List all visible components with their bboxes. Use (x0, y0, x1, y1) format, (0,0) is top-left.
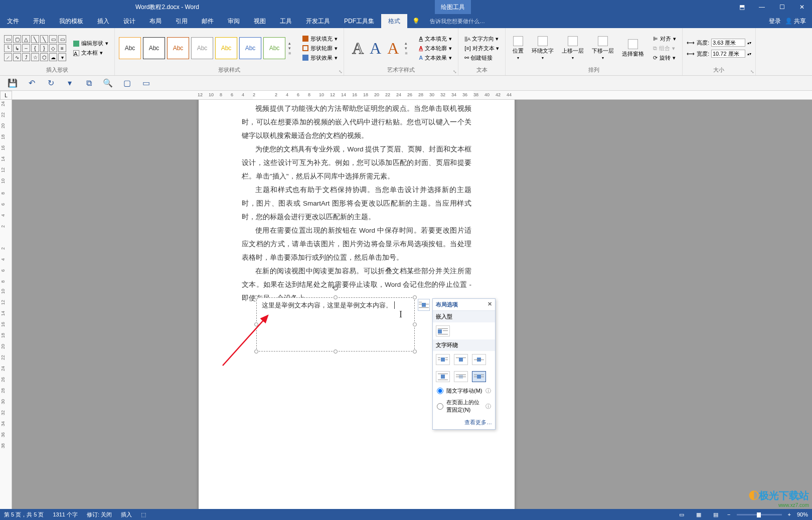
info-icon[interactable]: ⓘ (485, 387, 491, 395)
redo-button[interactable]: ↻ (46, 79, 55, 88)
resize-handle-bc[interactable] (334, 350, 338, 354)
qat-dropdown[interactable]: ▾ (65, 79, 74, 88)
tab-tools[interactable]: 工具 (273, 14, 299, 28)
wordart-1[interactable]: A (352, 39, 364, 58)
ribbon-display-options[interactable]: ⬒ (732, 0, 752, 14)
text-direction-button[interactable]: ||A 文字方向 ▾ (462, 35, 501, 43)
layout-wrap-through[interactable] (472, 354, 486, 365)
status-trackchanges[interactable]: 修订: 关闭 (87, 511, 112, 518)
send-backward-button[interactable]: 下移一层▾ (589, 35, 617, 61)
status-wordcount[interactable]: 1311 个字 (53, 511, 78, 518)
style-item-1[interactable]: Abc (119, 37, 141, 59)
wrap-text-button[interactable]: 环绕文字▾ (529, 35, 557, 61)
tab-layout[interactable]: 布局 (142, 14, 169, 28)
layout-options-anchor-icon[interactable] (418, 299, 430, 311)
tab-mailings[interactable]: 邮件 (195, 14, 221, 28)
layout-wrap-behind[interactable] (454, 371, 468, 382)
paragraph-2[interactable]: 为使您的文档具有专业外观，Word 提供了页眉、页脚、封面和文本框设计，这些设计… (242, 142, 471, 183)
edit-shape-button[interactable]: 编辑形状 ▾ (71, 39, 110, 48)
height-input[interactable] (711, 39, 745, 47)
tab-format[interactable]: 格式 (381, 14, 407, 28)
layout-radio-fix-position[interactable]: 在页面上的位置固定(N) ⓘ (433, 397, 495, 416)
gallery-more[interactable]: ≡ (288, 51, 294, 56)
shape-fill-button[interactable]: 形状填充 ▾ (300, 35, 340, 43)
paragraph-4[interactable]: 使用在需要位置出现的新按钮在 Word 中保存时间。若要更改图片适应文档的方式，… (242, 224, 471, 264)
rotate-handle[interactable]: ⟲ (332, 283, 340, 291)
layout-inline-option[interactable] (436, 325, 450, 336)
resize-handle-mr[interactable] (413, 322, 417, 326)
resize-handle-tr[interactable] (413, 295, 417, 299)
layout-radio-move-with-text[interactable]: 随文字移动(M) ⓘ (433, 385, 495, 397)
style-item-3[interactable]: Abc (167, 37, 189, 59)
zoom-slider[interactable] (737, 514, 782, 515)
status-page[interactable]: 第 5 页，共 5 页 (4, 511, 44, 518)
wordart-more[interactable]: ≡ (405, 51, 411, 56)
maximize-button[interactable]: ☐ (772, 0, 792, 14)
width-input[interactable] (711, 50, 745, 58)
paragraph-3[interactable]: 主题和样式也有助于文档保持协调。当您单击设计并选择新的主题时，图片、图表或 Sm… (242, 183, 471, 224)
tab-home[interactable]: 开始 (26, 14, 52, 28)
create-link-button[interactable]: ⚯ 创建链接 (462, 54, 501, 62)
view-read-mode[interactable]: ▭ (676, 510, 687, 519)
tab-file[interactable]: 文件 (0, 14, 26, 28)
style-item-4[interactable]: Abc (191, 37, 213, 59)
zoom-out[interactable]: − (727, 511, 730, 517)
save-button[interactable]: 💾 (8, 79, 17, 88)
shape-style-gallery[interactable]: Abc Abc Abc Abc Abc Abc Abc (119, 37, 285, 59)
resize-handle-tc[interactable] (334, 295, 338, 299)
textbox[interactable]: 这里是举例文本内容，这里是举例文本内容。 (256, 297, 415, 352)
login-link[interactable]: 登录 (769, 17, 781, 26)
zoom-level[interactable]: 90% (797, 511, 808, 517)
style-item-6[interactable]: Abc (239, 37, 261, 59)
tab-developer[interactable]: 开发工具 (299, 14, 337, 28)
undo-button[interactable]: ↶ (27, 79, 36, 88)
status-insertmode[interactable]: 插入 (121, 511, 132, 518)
wordart-gallery[interactable]: A A A (348, 39, 403, 58)
layout-wrap-tight[interactable] (454, 354, 468, 365)
qat-btn-7[interactable]: ▢ (122, 79, 131, 88)
qat-btn-6[interactable]: 🔍 (103, 79, 112, 88)
layout-see-more[interactable]: 查看更多… (433, 416, 495, 429)
style-item-5[interactable]: Abc (215, 37, 237, 59)
resize-handle-tl[interactable] (254, 295, 258, 299)
resize-handle-bl[interactable] (254, 350, 258, 354)
gallery-scroll-up[interactable]: ▴ (288, 41, 294, 46)
style-item-7[interactable]: Abc (263, 37, 285, 59)
vertical-ruler[interactable]: 2422201816141210864224681012141618202224… (0, 100, 12, 509)
wordart-scroll-up[interactable]: ▴ (405, 41, 411, 46)
tab-review[interactable]: 审阅 (221, 14, 247, 28)
tab-insert[interactable]: 插入 (90, 14, 116, 28)
textbox-button[interactable]: A文本框 ▾ (71, 49, 110, 57)
tab-mytemplates[interactable]: 我的模板 (52, 14, 90, 28)
layout-options-close[interactable]: ✕ (488, 301, 492, 308)
rotate-button[interactable]: ⟳ 旋转 ▾ (651, 54, 678, 62)
tab-design[interactable]: 设计 (116, 14, 142, 28)
view-web-layout[interactable]: ▤ (710, 510, 721, 519)
zoom-in[interactable]: + (788, 511, 791, 517)
paragraph-1[interactable]: 视频提供了功能强大的方法帮助您证明您的观点。当您单击联机视频时，可以在想要添加的… (242, 102, 471, 142)
tab-pdftools[interactable]: PDF工具集 (337, 14, 381, 28)
radio-fix-position[interactable] (437, 403, 443, 410)
layout-wrap-square[interactable] (436, 354, 450, 365)
layout-wrap-front[interactable] (472, 371, 486, 382)
position-button[interactable]: 位置▾ (510, 35, 527, 61)
text-outline-button[interactable]: A文本轮廓 ▾ (417, 44, 454, 53)
textbox-content[interactable]: 这里是举例文本内容，这里是举例文本内容。 (262, 301, 392, 309)
qat-btn-5[interactable]: ⧉ (84, 79, 93, 88)
shape-gallery[interactable]: ▭▢△╲╲▭▭ ╰↳⎓{}◇≡ ⟋∿⤴☆⬡☁▾ (4, 35, 66, 61)
view-print-layout[interactable]: ▦ (693, 510, 704, 519)
wordart-scroll-down[interactable]: ▾ (405, 46, 411, 51)
radio-move-with-text[interactable] (437, 388, 443, 394)
shape-style-launcher[interactable]: ⤡ (339, 69, 343, 74)
status-extra[interactable]: ⬚ (141, 511, 146, 518)
info-icon-2[interactable]: ⓘ (485, 403, 491, 410)
layout-wrap-topbottom[interactable] (436, 371, 450, 382)
shape-effects-button[interactable]: 形状效果 ▾ (300, 54, 340, 62)
horizontal-ruler[interactable]: 1210864224681012141618202224262830323436… (12, 91, 812, 100)
text-effects-button[interactable]: A文本效果 ▾ (417, 54, 454, 62)
style-item-2[interactable]: Abc (143, 37, 165, 59)
shape-outline-button[interactable]: 形状轮廓 ▾ (300, 44, 340, 53)
document-area[interactable]: 视频提供了功能强大的方法帮助您证明您的观点。当您单击联机视频时，可以在想要添加的… (12, 100, 812, 509)
size-launcher[interactable]: ⤡ (750, 69, 754, 74)
align-text-button[interactable]: [≡] 对齐文本 ▾ (462, 44, 501, 53)
